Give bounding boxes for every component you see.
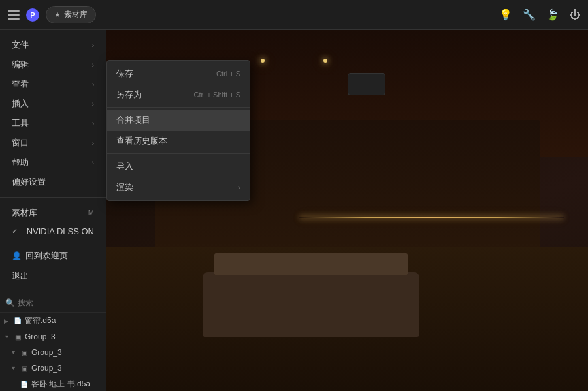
shortcut-label: M: [88, 209, 94, 217]
arrow-icon: ›: [92, 61, 94, 69]
projector-object: [348, 73, 386, 95]
dd-history[interactable]: 查看历史版本: [107, 131, 250, 151]
menu-item-window[interactable]: 窗口 ›: [0, 133, 106, 153]
group-icon: ▣: [12, 332, 23, 342]
left-sidebar: 文件 › 编辑 › 查看 › 插入 › 工具 › 窗口 ›: [0, 30, 106, 391]
shortcut-label: Ctrl + Shift + S: [193, 91, 240, 99]
dd-render[interactable]: 渲染 ›: [107, 177, 250, 198]
layer-name-label: Group_3: [31, 364, 102, 373]
menu-item-help[interactable]: 帮助 ›: [0, 153, 106, 172]
sofa-object: [203, 272, 419, 337]
asset-library-button[interactable]: ★ 素材库: [46, 6, 96, 23]
menu-item-tools[interactable]: 工具 ›: [0, 114, 106, 133]
home-icon: 👤: [12, 251, 22, 260]
arrow-icon: ›: [238, 184, 240, 191]
wrench-icon[interactable]: 🔧: [523, 8, 536, 21]
expand-arrow-icon: ▼: [4, 334, 10, 340]
expand-arrow-icon: ▼: [10, 349, 17, 356]
layer-name-label: 窗帘.d5a: [25, 315, 102, 326]
dd-merge-project[interactable]: 合并项目: [107, 110, 250, 131]
layer-item-curtain[interactable]: ▶ 📄 窗帘.d5a: [0, 313, 106, 329]
arrow-icon: ›: [92, 159, 94, 166]
group-icon: ▣: [19, 347, 29, 358]
menu-item-assets[interactable]: 素材库 M: [0, 203, 106, 223]
app-logo: P: [26, 8, 39, 22]
main-content: 文件 › 编辑 › 查看 › 插入 › 工具 › 窗口 ›: [0, 30, 588, 391]
arrow-icon: ›: [92, 42, 94, 49]
shortcut-label: Ctrl + S: [216, 70, 240, 78]
file-menu: 文件 › 编辑 › 查看 › 插入 › 工具 › 窗口 ›: [0, 30, 106, 198]
menu-item-file[interactable]: 文件 ›: [0, 35, 106, 55]
top-bar-right: 💡 🔧 🍃 ⏻: [499, 8, 580, 21]
menu-item-edit[interactable]: 编辑 ›: [0, 55, 106, 74]
layer-item-group3-2[interactable]: ▼ ▣ Group_3: [0, 345, 106, 360]
arrow-icon: ›: [92, 140, 94, 147]
bulb-icon[interactable]: 💡: [499, 8, 512, 21]
layer-panel: 🔍 ⊞ ▶ 📄 窗帘.d5a ▼ ▣ Group_3 ▼ ▣ Group_3: [0, 291, 106, 391]
layer-item-group3-1[interactable]: ▼ ▣ Group_3: [0, 329, 106, 345]
arrow-icon: ›: [92, 81, 94, 88]
search-icon: 🔍: [5, 298, 15, 307]
dd-import[interactable]: 导入: [107, 156, 250, 177]
file-icon: 📄: [12, 316, 23, 326]
top-bar-left: P ★ 素材库: [8, 6, 96, 23]
leaf-icon[interactable]: 🍃: [546, 8, 559, 21]
arrow-icon: ›: [92, 101, 94, 108]
expand-arrow-icon: ▼: [10, 365, 17, 371]
star-icon: ★: [54, 10, 61, 19]
group-icon: ▣: [19, 363, 29, 373]
layer-name-label: Group_3: [25, 332, 102, 341]
menu-item-preferences[interactable]: 偏好设置: [0, 172, 106, 192]
layer-name-label: 客卧 地上 书.d5a: [31, 379, 102, 390]
dd-save-as[interactable]: 另存为 Ctrl + Shift + S: [107, 84, 250, 105]
menu-item-insert[interactable]: 插入 ›: [0, 94, 106, 114]
arrow-icon: ›: [92, 120, 94, 127]
layer-item-study[interactable]: 📄 客卧 地上 书.d5a: [0, 376, 106, 391]
power-icon[interactable]: ⏻: [570, 9, 580, 21]
asset-btn-label: 素材库: [64, 9, 88, 20]
hamburger-menu-button[interactable]: [8, 10, 20, 20]
layer-search-bar: 🔍 ⊞: [0, 294, 106, 313]
dd-separator-1: [107, 107, 250, 108]
top-bar: P ★ 素材库 💡 🔧 🍃 ⏻: [0, 0, 588, 30]
file-dropdown-menu: 保存 Ctrl + S 另存为 Ctrl + Shift + S 合并项目 查看…: [106, 60, 250, 201]
menu-item-quit[interactable]: 退出: [0, 266, 106, 286]
menu-item-nvidia[interactable]: ✓ NVIDIA DLSS ON: [0, 223, 106, 240]
layer-name-label: Group_3: [31, 348, 102, 357]
dd-save[interactable]: 保存 Ctrl + S: [107, 63, 250, 84]
layer-item-group3-3[interactable]: ▼ ▣ Group_3: [0, 360, 106, 376]
light-strip: [299, 217, 564, 218]
ceiling-light-2: [323, 59, 327, 63]
check-icon: ✓: [12, 227, 18, 236]
dd-separator-2: [107, 153, 250, 154]
file-icon: 📄: [19, 379, 29, 390]
expand-arrow-icon: ▶: [4, 318, 10, 324]
search-input[interactable]: [18, 298, 106, 307]
menu-item-view[interactable]: 查看 ›: [0, 74, 106, 94]
menu-item-welcome[interactable]: 👤 回到欢迎页: [0, 245, 106, 266]
